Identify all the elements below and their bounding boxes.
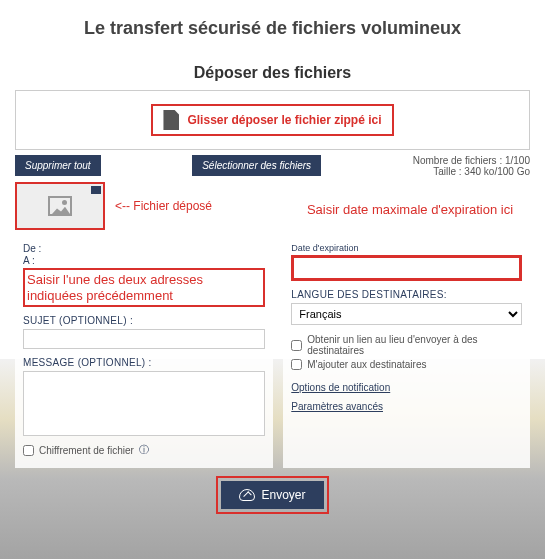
address-annotation-text: Saisir l'une des deux adresses indiquées… xyxy=(27,272,261,303)
add-me-checkbox[interactable] xyxy=(291,359,302,370)
cloud-upload-icon xyxy=(239,489,255,501)
from-label: De : xyxy=(23,243,265,254)
info-icon[interactable]: ⓘ xyxy=(139,443,149,457)
subject-label: Sujet (optionnel) : xyxy=(23,315,265,326)
to-label: A : xyxy=(23,255,265,266)
message-textarea[interactable] xyxy=(23,371,265,436)
file-size: Taille : 340 ko/100 Go xyxy=(413,166,530,177)
expiration-date-label: Date d'expiration xyxy=(291,243,522,253)
date-annotation: Saisir date maximale d'expiration ici xyxy=(290,203,530,217)
file-icon xyxy=(163,110,179,130)
send-button[interactable]: Envoyer xyxy=(221,481,323,509)
encrypt-label: Chiffrement de fichier xyxy=(39,445,134,456)
file-count: Nombre de fichiers : 1/100 xyxy=(413,155,530,166)
page-sub-title: Déposer des fichiers xyxy=(0,64,545,90)
image-placeholder-icon xyxy=(48,196,72,216)
left-column: De : A : Saisir l'une des deux adresses … xyxy=(15,235,273,468)
expiration-date-input[interactable] xyxy=(291,255,522,281)
send-button-highlight: Envoyer xyxy=(216,476,328,514)
add-me-label: M'ajouter aux destinataires xyxy=(307,359,426,370)
file-deposited-annotation: <-- Fichier déposé xyxy=(115,199,212,213)
uploaded-file-tile[interactable] xyxy=(15,182,105,230)
page-main-title: Le transfert sécurisé de fichiers volumi… xyxy=(0,0,545,64)
notification-options-link[interactable]: Options de notification xyxy=(291,382,390,393)
delete-all-button[interactable]: Supprimer tout xyxy=(15,155,101,176)
file-stats: Nombre de fichiers : 1/100 Taille : 340 … xyxy=(413,155,530,177)
subject-input[interactable] xyxy=(23,329,265,349)
send-button-label: Envoyer xyxy=(261,488,305,502)
file-dropzone[interactable]: Glisser déposer le fichier zippé ici xyxy=(15,90,530,150)
encrypt-checkbox[interactable] xyxy=(23,445,34,456)
dropzone-annotation-box: Glisser déposer le fichier zippé ici xyxy=(151,104,393,136)
advanced-settings-link[interactable]: Paramètres avancés xyxy=(291,401,383,412)
right-column: Saisir date maximale d'expiration ici Da… xyxy=(283,235,530,468)
recipient-lang-label: Langue des destinataires: xyxy=(291,289,522,300)
message-label: Message (optionnel) : xyxy=(23,357,265,368)
get-link-checkbox[interactable] xyxy=(291,340,302,351)
get-link-label: Obtenir un lien au lieu d'envoyer à des … xyxy=(307,334,522,356)
select-files-button[interactable]: Sélectionner des fichiers xyxy=(192,155,321,176)
address-annotation-box: Saisir l'une des deux adresses indiquées… xyxy=(23,268,265,307)
dropzone-annotation-text: Glisser déposer le fichier zippé ici xyxy=(187,113,381,127)
recipient-lang-select[interactable]: Français xyxy=(291,303,522,325)
